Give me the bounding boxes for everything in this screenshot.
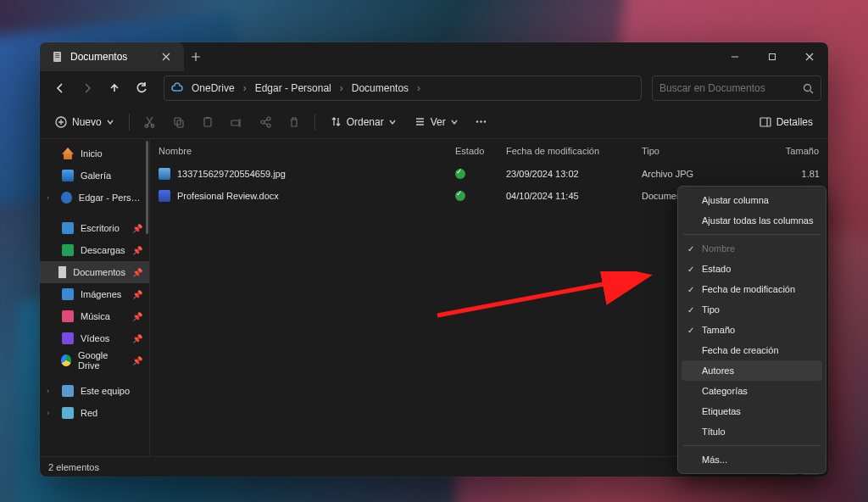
sort-icon [331,116,342,127]
videos-icon [62,332,74,344]
svg-rect-12 [206,117,209,119]
menu-more[interactable]: Más... [682,449,822,470]
menu-col-title[interactable]: Título [682,421,822,442]
svg-point-15 [267,117,270,120]
sidebar-item-music[interactable]: Música📌 [40,305,149,327]
expand-icon[interactable]: › [47,193,54,202]
downloads-icon [62,244,74,256]
svg-rect-11 [204,118,211,126]
close-window-button[interactable] [791,42,828,71]
titlebar[interactable]: Documentos [40,42,828,71]
column-header-name[interactable]: Nombre [150,139,447,163]
cloud-icon [171,82,183,94]
sidebar-item-documents[interactable]: Documentos📌 [40,261,149,283]
cut-button[interactable] [138,109,162,135]
status-count: 2 elementos [48,462,99,472]
pc-icon [62,385,74,397]
copy-button[interactable] [167,109,191,135]
breadcrumb[interactable]: OneDrive › Edgar - Personal › Documentos… [164,75,642,101]
menu-col-date-modified[interactable]: Fecha de modificación [682,279,822,299]
toolbar: Nuevo Ordenar Ver Detalles [40,105,828,139]
minimize-button[interactable] [716,42,754,71]
breadcrumb-documentos[interactable]: Documentos [348,81,412,96]
menu-col-tags[interactable]: Etiquetas [682,401,822,421]
chevron-right-icon: › [417,82,420,94]
file-row[interactable]: 13371562972055­4659.jpg 23/09/2024 13:02… [150,163,828,185]
menu-col-categories[interactable]: Categorías [682,381,822,401]
network-icon [62,407,74,419]
documents-icon [58,266,66,278]
more-button[interactable] [470,109,493,135]
menu-col-state[interactable]: Estado [682,259,822,279]
column-context-menu: Ajustar columna Ajustar todas las column… [677,186,826,474]
svg-point-17 [476,120,478,122]
paste-button[interactable] [196,109,220,135]
sort-button[interactable]: Ordenar [324,109,403,135]
sidebar-item-images[interactable]: Imágenes📌 [40,283,149,305]
refresh-button[interactable] [130,76,153,100]
svg-point-16 [267,124,270,127]
rename-button[interactable] [225,109,248,135]
status-synced-icon [455,169,465,179]
menu-adjust-column[interactable]: Ajustar columna [682,190,822,210]
sidebar-item-downloads[interactable]: Descargas📌 [40,239,149,261]
breadcrumb-personal[interactable]: Edgar - Personal [252,81,335,96]
status-synced-icon [455,191,465,201]
sidebar-item-desktop[interactable]: Escritorio📌 [40,217,149,239]
tab-documentos[interactable]: Documentos [40,42,184,71]
sidebar-item-onedrive-personal[interactable]: ›Edgar - Personal [40,187,149,209]
view-button[interactable]: Ver [408,109,465,135]
menu-col-type[interactable]: Tipo [682,299,822,320]
docx-file-icon [159,190,170,202]
sidebar: Inicio Galería ›Edgar - Personal Escrito… [40,139,150,456]
column-header-size[interactable]: Tamaño [769,139,828,163]
pin-icon: 📌 [132,356,142,365]
sidebar-item-videos[interactable]: Vídeos📌 [40,327,149,349]
jpg-file-icon [159,168,170,180]
svg-rect-20 [760,118,771,126]
view-icon [415,116,426,127]
svg-point-14 [261,120,264,124]
menu-col-authors[interactable]: Autores [682,360,822,381]
images-icon [62,288,74,300]
maximize-button[interactable] [754,42,791,71]
expand-icon[interactable]: › [47,409,55,417]
sidebar-item-network[interactable]: ›Red [40,402,149,424]
details-pane-button[interactable]: Detalles [753,109,820,135]
sidebar-scrollbar[interactable] [144,139,149,304]
new-tab-button[interactable] [184,42,208,71]
sidebar-item-gallery[interactable]: Galería [40,165,149,187]
expand-icon[interactable]: › [47,387,55,395]
column-header-state[interactable]: Estado [447,139,498,163]
svg-point-19 [484,120,486,122]
chevron-down-icon [451,119,458,126]
svg-rect-1 [55,53,59,54]
menu-col-name: Nombre [682,238,822,259]
forward-button[interactable] [75,76,99,100]
back-button[interactable] [48,76,72,100]
sidebar-item-home[interactable]: Inicio [40,142,149,165]
sidebar-item-google-drive[interactable]: Google Drive📌 [40,349,149,371]
menu-col-size[interactable]: Tamaño [682,320,822,340]
sidebar-item-this-pc[interactable]: ›Este equipo [40,380,149,402]
column-header-date[interactable]: Fecha de modificación [498,139,633,163]
tab-close-button[interactable] [160,51,172,63]
file-explorer-window: Documentos OneDrive › Edgar - Personal ›… [40,42,828,477]
chevron-right-icon: › [340,82,343,94]
new-button[interactable]: Nuevo [48,109,120,135]
column-headers: Nombre Estado Fecha de modificación Tipo… [150,139,828,163]
search-box[interactable] [652,75,821,101]
up-button[interactable] [103,76,126,100]
column-header-type[interactable]: Tipo [633,139,769,163]
home-icon [62,148,74,159]
menu-col-date-created[interactable]: Fecha de creación [682,340,822,360]
breadcrumb-onedrive[interactable]: OneDrive [188,81,238,96]
share-button[interactable] [253,109,277,135]
search-input[interactable] [659,82,796,94]
delete-button[interactable] [282,109,306,135]
new-icon [55,116,67,128]
chevron-right-icon: › [243,82,247,94]
menu-adjust-all-columns[interactable]: Ajustar todas las columnas [682,210,822,231]
svg-rect-4 [770,54,776,60]
desktop-icon [62,222,74,234]
